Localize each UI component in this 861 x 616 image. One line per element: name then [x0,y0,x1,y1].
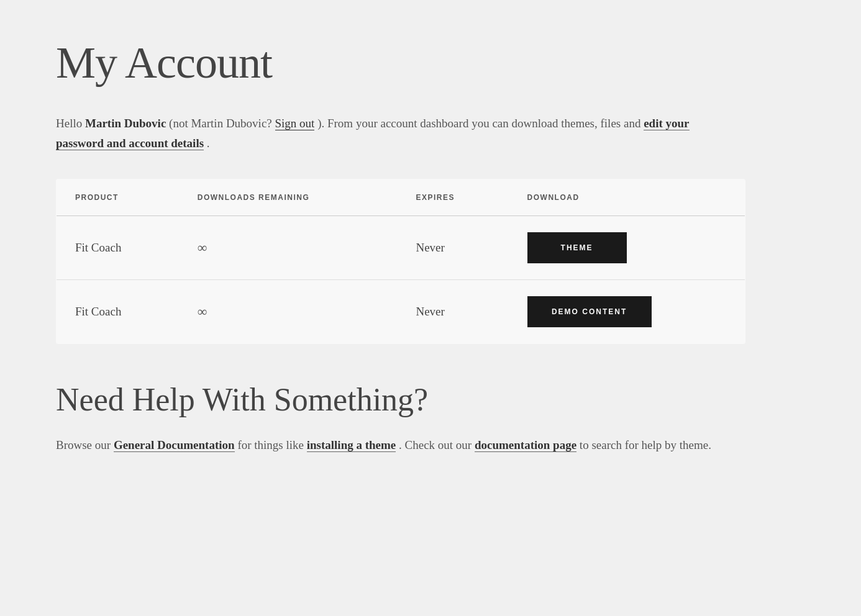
page-title: My Account [56,37,805,89]
welcome-message: Hello Martin Dubovic (not Martin Dubovic… [56,114,739,154]
help-after: . Check out our [399,438,475,451]
help-prefix: Browse our [56,438,114,451]
sign-out-link[interactable]: Sign out [275,117,315,130]
table-header-row: PRODUCT DOWNLOADS REMAINING EXPIRES DOWN… [57,179,745,215]
documentation-page-link[interactable]: documentation page [475,438,576,452]
cell-product: Fit Coach [57,215,179,279]
cell-download: DEMO CONTENT [509,279,745,343]
col-product: PRODUCT [57,179,179,215]
general-documentation-link[interactable]: General Documentation [114,438,235,452]
table-row: Fit Coach∞NeverDEMO CONTENT [57,279,745,343]
help-middle: for things like [237,438,306,451]
welcome-prefix: Hello [56,117,85,130]
col-download: DOWNLOAD [509,179,745,215]
not-you-suffix: ). From your account dashboard you can d… [317,117,644,130]
help-title: Need Help With Something? [56,381,805,418]
download-demo-button[interactable]: DEMO CONTENT [527,296,652,327]
cell-product: Fit Coach [57,279,179,343]
username: Martin Dubovic [85,117,166,130]
cell-downloads-remaining: ∞ [179,279,398,343]
cell-expires: Never [397,215,508,279]
table-row: Fit Coach∞NeverTHEME [57,215,745,279]
col-expires: EXPIRES [397,179,508,215]
installing-theme-link[interactable]: installing a theme [307,438,396,452]
cell-downloads-remaining: ∞ [179,215,398,279]
download-theme-button[interactable]: THEME [527,232,627,263]
help-suffix: to search for help by theme. [580,438,711,451]
welcome-end: . [207,137,210,150]
help-text: Browse our General Documentation for thi… [56,435,739,455]
cell-download: THEME [509,215,745,279]
not-you-prefix: (not Martin Dubovic? [169,117,275,130]
cell-expires: Never [397,279,508,343]
downloads-table: PRODUCT DOWNLOADS REMAINING EXPIRES DOWN… [56,179,745,344]
col-downloads-remaining: DOWNLOADS REMAINING [179,179,398,215]
